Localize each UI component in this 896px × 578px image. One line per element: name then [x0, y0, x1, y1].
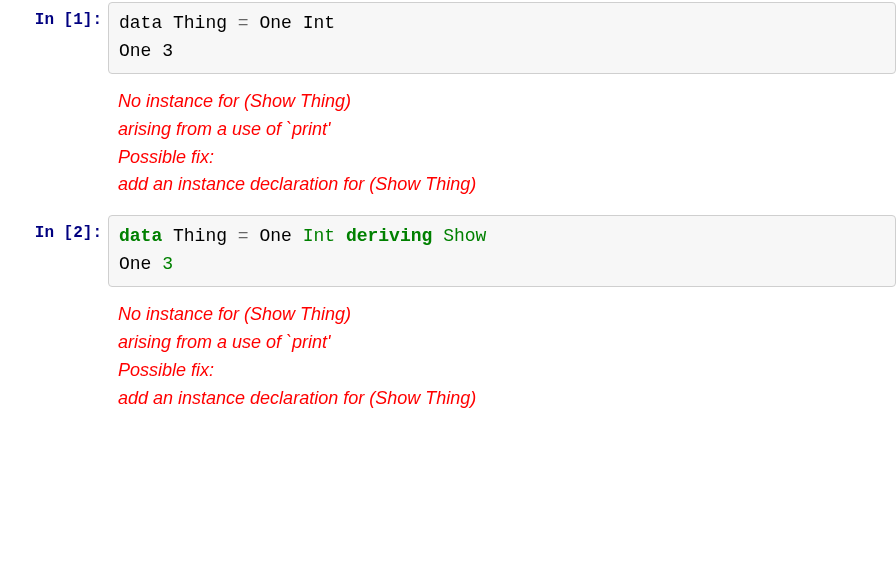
error-line: Possible fix: [118, 357, 886, 385]
output-area: No instance for (Show Thing) arising fro… [0, 86, 896, 202]
code-line: One 3 [119, 38, 885, 66]
error-line: arising from a use of `print' [118, 329, 886, 357]
error-line: arising from a use of `print' [118, 116, 886, 144]
output-area: No instance for (Show Thing) arising fro… [0, 299, 896, 415]
code-line: One 3 [119, 251, 885, 279]
prompt-area: In [1]: [0, 2, 108, 29]
notebook-cell: In [1]: data Thing = One Int One 3 [0, 2, 896, 74]
error-output: No instance for (Show Thing) arising fro… [108, 86, 896, 202]
prompt-area: In [2]: [0, 215, 108, 242]
code-line: data Thing = One Int deriving Show [119, 223, 885, 251]
error-line: add an instance declaration for (Show Th… [118, 385, 886, 413]
error-line: No instance for (Show Thing) [118, 88, 886, 116]
error-output: No instance for (Show Thing) arising fro… [108, 299, 896, 415]
input-prompt: In [1]: [35, 11, 102, 29]
input-prompt: In [2]: [35, 224, 102, 242]
error-line: Possible fix: [118, 144, 886, 172]
code-input[interactable]: data Thing = One Int deriving Show One 3 [108, 215, 896, 287]
output-spacer [0, 299, 108, 415]
output-spacer [0, 86, 108, 202]
error-line: No instance for (Show Thing) [118, 301, 886, 329]
notebook-cell: In [2]: data Thing = One Int deriving Sh… [0, 215, 896, 287]
code-input[interactable]: data Thing = One Int One 3 [108, 2, 896, 74]
code-line: data Thing = One Int [119, 10, 885, 38]
error-line: add an instance declaration for (Show Th… [118, 171, 886, 199]
